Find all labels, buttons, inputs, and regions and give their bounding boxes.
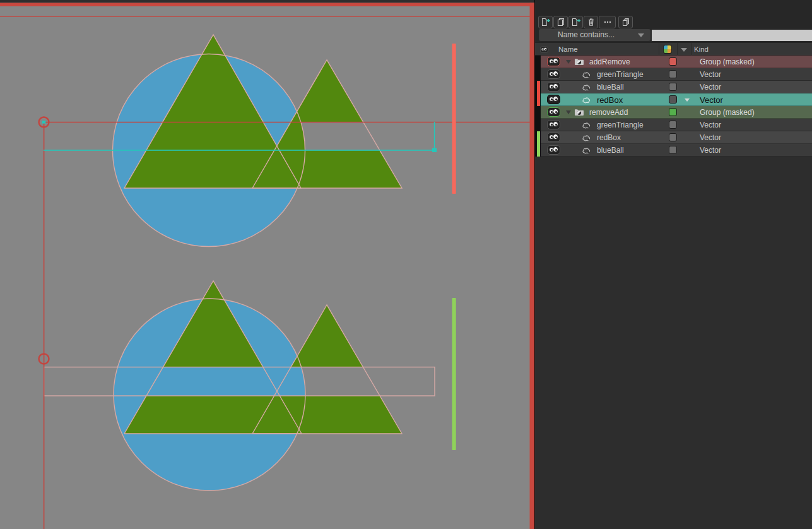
layer-kind: Vector [700, 83, 721, 92]
vector-shape-icon [581, 121, 592, 131]
layer-row-greentriangle-2[interactable]: greenTriangle Vector [541, 119, 812, 131]
layer-row-addremove[interactable]: addRemove Group (masked) [541, 56, 812, 68]
more-options-button[interactable] [599, 16, 616, 28]
viewport-canvas[interactable] [0, 0, 534, 529]
visibility-toggle[interactable] [547, 120, 560, 129]
layer-color-swatch[interactable] [669, 57, 677, 66]
layer-row-removeadd[interactable]: removeAdd Group (masked) [541, 106, 812, 119]
layer-row-greentriangle[interactable]: greenTriangle Vector [541, 68, 812, 81]
top-strip [0, 0, 534, 3]
layer-kind: Vector [700, 95, 723, 105]
green-mask-indicator-strip [537, 131, 540, 157]
visibility-toggle[interactable] [547, 95, 560, 104]
layer-row-blueball-2[interactable]: blueBall Vector [541, 144, 812, 157]
vector-shape-icon [581, 146, 592, 156]
layer-kind: Vector [700, 133, 721, 142]
layer-kind: Group (masked) [700, 108, 755, 117]
visibility-toggle[interactable] [547, 145, 560, 155]
layer-color-swatch[interactable] [669, 121, 677, 129]
group-masked-icon [574, 108, 584, 118]
duplicate-layer-button[interactable] [553, 16, 568, 28]
layer-row-blueball[interactable]: blueBall Vector [541, 81, 812, 93]
column-separator [659, 43, 659, 56]
layer-color-swatch[interactable] [669, 83, 677, 91]
name-filter-dropdown[interactable]: Name contains... [539, 29, 650, 41]
layer-color-swatch[interactable] [669, 95, 677, 104]
comp-frame-top [0, 3, 534, 7]
layer-panel: Name contains... Name Kind [534, 0, 812, 529]
stack-layers-button[interactable] [618, 16, 633, 28]
visibility-toggle[interactable] [547, 57, 560, 66]
green-box-bar-shape[interactable] [452, 298, 456, 450]
kind-column-header[interactable]: Kind [694, 45, 709, 53]
chevron-down-icon [638, 33, 644, 37]
layer-name[interactable]: redBox [597, 133, 621, 142]
name-column-header[interactable]: Name [558, 45, 578, 53]
layer-name[interactable]: blueBall [597, 83, 624, 92]
color-filter-icon[interactable] [664, 45, 671, 53]
vector-shape-icon [581, 96, 592, 105]
collapse-arrow-icon[interactable] [566, 60, 571, 64]
filter-search-input[interactable] [652, 29, 812, 41]
delete-layer-button[interactable] [584, 16, 598, 28]
selection-bottom-line [44, 150, 435, 151]
group-masked-icon [574, 57, 584, 68]
collapse-arrow-icon[interactable] [566, 110, 571, 114]
add-layer-icon [542, 19, 546, 26]
layer-color-swatch[interactable] [669, 146, 677, 154]
layer-row-redbox-selected[interactable]: redBox Vector [541, 93, 812, 106]
layer-color-swatch[interactable] [669, 70, 677, 78]
layer-name[interactable]: redBox [597, 95, 623, 105]
selection-anchor-mark [42, 121, 46, 124]
vector-shape-icon [581, 134, 592, 143]
comp-frame-right [530, 3, 535, 529]
panel-top-spacer [535, 0, 812, 16]
layer-kind: Vector [700, 70, 721, 79]
red-mask-indicator-strip [537, 81, 540, 106]
visibility-toggle[interactable] [547, 107, 560, 117]
red-box-mask-cut [44, 122, 435, 151]
layer-name[interactable]: removeAdd [589, 108, 628, 117]
group-bbox-v-line [44, 122, 45, 529]
column-separator [677, 43, 678, 56]
layer-list-empty-area [535, 157, 812, 529]
column-separator [691, 43, 692, 56]
layer-row-redbox-2[interactable]: redBox Vector [541, 131, 812, 144]
layer-toolbar [538, 16, 633, 28]
vector-shape-icon [581, 71, 592, 80]
layer-name[interactable]: greenTriangle [597, 70, 644, 79]
more-options-icon [604, 21, 605, 23]
layer-name[interactable]: blueBall [597, 146, 624, 155]
row-chevron-icon[interactable] [685, 98, 690, 102]
red-box-bar-shape[interactable] [452, 44, 456, 194]
layer-kind: Vector [700, 146, 721, 155]
add-layer-button[interactable] [538, 16, 553, 28]
guide-line-top [0, 16, 532, 17]
visibility-column-icon [540, 47, 548, 52]
visibility-toggle[interactable] [547, 82, 560, 92]
layer-color-swatch[interactable] [669, 108, 677, 116]
duplicate-link-icon [572, 19, 577, 26]
layer-name[interactable]: addRemove [589, 57, 630, 66]
layer-color-swatch[interactable] [669, 133, 677, 141]
selection-right-line [434, 122, 435, 150]
vector-shape-icon [581, 83, 592, 93]
sort-chevron-icon[interactable] [681, 48, 687, 52]
selection-corner-handle[interactable] [432, 148, 437, 153]
layer-name[interactable]: greenTriangle [597, 121, 644, 129]
duplicate-link-button[interactable] [568, 16, 583, 28]
layer-kind: Vector [700, 121, 721, 129]
name-filter-label: Name contains... [558, 30, 615, 39]
visibility-toggle[interactable] [547, 133, 560, 142]
layer-kind: Group (masked) [700, 57, 755, 66]
application-window: Name contains... Name Kind [0, 0, 812, 529]
group-bbox-h-line [44, 122, 532, 123]
layer-list-header: Name Kind [535, 42, 812, 56]
visibility-toggle[interactable] [547, 69, 560, 79]
